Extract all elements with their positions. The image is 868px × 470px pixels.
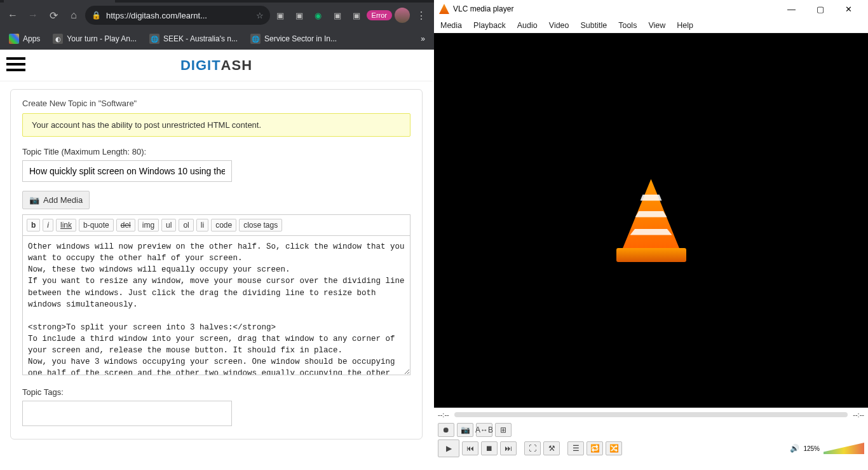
del-button[interactable]: del — [116, 219, 135, 232]
extension-icon[interactable]: ▣ — [330, 8, 345, 23]
mute-icon[interactable]: 🔊 — [790, 444, 799, 453]
globe-icon: 🌐 — [149, 34, 159, 44]
vlc-window-title: VLC media player — [453, 4, 513, 13]
star-icon[interactable]: ☆ — [256, 11, 264, 20]
menu-view[interactable]: View — [648, 21, 665, 30]
vlc-status-bar — [434, 459, 868, 470]
content-editor[interactable] — [22, 235, 410, 375]
window-min-icon[interactable]: — — [777, 0, 806, 18]
time-bar: --:-- --:-- — [434, 408, 868, 422]
apps-icon — [9, 34, 19, 44]
bookmark-item[interactable]: 🌐Service Sector in In... — [247, 31, 341, 46]
tab-strip: Software - LearnTips × + — ▢ ✕ — [0, 0, 434, 3]
menu-media[interactable]: Media — [440, 21, 462, 30]
italic-button[interactable]: i — [43, 219, 53, 232]
ul-button[interactable]: ul — [161, 219, 176, 232]
playlist-button[interactable]: ☰ — [567, 441, 584, 455]
new-topic-form: Create New Topic in "Software" Your acco… — [10, 89, 423, 439]
volume-pct: 125% — [803, 445, 820, 452]
seek-slider[interactable] — [454, 412, 848, 417]
tags-input[interactable] — [22, 401, 232, 426]
snapshot-button[interactable]: 📷 — [457, 423, 473, 437]
next-button[interactable]: ⏭ — [500, 441, 517, 455]
grammarly-icon[interactable]: ◉ — [311, 8, 326, 23]
lock-icon: 🔒 — [92, 11, 101, 20]
browser-tab[interactable]: Software - LearnTips × — [4, 0, 115, 3]
globe-icon: 🌐 — [250, 34, 261, 44]
vlc-toolbar-upper: ⏺ 📷 A↔B ⊞ — [434, 422, 868, 438]
vlc-controls: ▶ ⏮ ⏹ ⏭ ⛶ ⚒ ☰ 🔁 🔀 🔊 125% — [434, 438, 868, 459]
nav-bar: ← → ⟳ ⌂ 🔒 https://digitash.com/learnt...… — [0, 3, 434, 28]
menu-icon[interactable]: ⋮ — [412, 6, 430, 24]
vlc-cone-logo — [616, 179, 686, 262]
url-text: https://digitash.com/learnt... — [106, 11, 251, 20]
apps-button[interactable]: Apps — [5, 31, 44, 46]
bookmarks-overflow[interactable]: » — [417, 32, 429, 46]
vlc-icon — [439, 4, 449, 14]
time-remaining: --:-- — [853, 411, 864, 418]
bquote-button[interactable]: b-quote — [79, 219, 114, 232]
record-button[interactable]: ⏺ — [438, 423, 454, 437]
form-legend: Create New Topic in "Software" — [22, 99, 410, 108]
reload-button[interactable]: ⟳ — [44, 6, 62, 24]
menu-button[interactable] — [6, 56, 25, 73]
time-elapsed: --:-- — [438, 411, 449, 418]
vlc-title-bar: VLC media player — ▢ ✕ — [434, 0, 868, 18]
loop-button[interactable]: 🔁 — [587, 441, 603, 455]
site-header: DIGITASH — [0, 50, 433, 81]
media-icon: 📷 — [29, 195, 39, 205]
tags-label: Topic Tags: — [22, 387, 410, 397]
extension-icon[interactable]: ▣ — [292, 8, 307, 23]
editor-toolbar: b i link b-quote del img ul ol li code c… — [22, 214, 410, 235]
volume-slider[interactable] — [824, 443, 864, 454]
site-logo[interactable]: DIGITASH — [180, 57, 252, 74]
menu-video[interactable]: Video — [549, 21, 569, 30]
window-close-icon[interactable]: ✕ — [405, 0, 434, 1]
notice-banner: Your account has the ability to post unr… — [22, 113, 410, 137]
img-button[interactable]: img — [138, 219, 159, 232]
menu-playback[interactable]: Playback — [473, 21, 506, 30]
bookmarks-bar: Apps ◐Your turn - Play An... 🌐SEEK - Aus… — [0, 28, 434, 50]
menu-tools[interactable]: Tools — [618, 21, 637, 30]
code-button[interactable]: code — [211, 219, 236, 232]
bookmark-item[interactable]: ◐Your turn - Play An... — [49, 31, 140, 46]
extension-icon[interactable]: ▣ — [349, 8, 364, 23]
title-label: Topic Title (Maximum Length: 80): — [22, 147, 410, 156]
address-bar[interactable]: 🔒 https://digitash.com/learnt... ☆ — [85, 6, 270, 25]
profile-avatar[interactable] — [395, 8, 410, 23]
window-max-icon[interactable]: ▢ — [376, 0, 405, 1]
add-media-button[interactable]: 📷Add Media — [22, 191, 90, 209]
close-tags-button[interactable]: close tags — [239, 219, 282, 232]
prev-button[interactable]: ⏮ — [462, 441, 478, 455]
chrome-window: Software - LearnTips × + — ▢ ✕ ← → ⟳ ⌂ 🔒… — [0, 0, 434, 470]
menu-help[interactable]: Help — [677, 21, 693, 30]
link-button[interactable]: link — [56, 219, 76, 232]
video-area[interactable] — [434, 33, 868, 408]
vlc-menu-bar: Media Playback Audio Video Subtitle Tool… — [434, 18, 868, 33]
topic-title-input[interactable] — [22, 160, 232, 182]
vlc-window: VLC media player — ▢ ✕ Media Playback Au… — [434, 0, 868, 470]
window-min-icon[interactable]: — — [346, 0, 376, 1]
bookmark-item[interactable]: 🌐SEEK - Australia's n... — [146, 31, 241, 46]
forward-button[interactable]: → — [24, 6, 42, 24]
window-max-icon[interactable]: ▢ — [806, 0, 834, 18]
fullscreen-button[interactable]: ⛶ — [524, 441, 541, 455]
error-badge[interactable]: Error — [367, 10, 392, 20]
bold-button[interactable]: b — [27, 219, 40, 232]
li-button[interactable]: li — [196, 219, 208, 232]
ol-button[interactable]: ol — [179, 219, 193, 232]
window-close-icon[interactable]: ✕ — [834, 0, 863, 18]
page-viewport: DIGITASH Create New Topic in "Software" … — [0, 50, 434, 470]
extension-icon[interactable]: ▣ — [273, 8, 288, 23]
stop-button[interactable]: ⏹ — [481, 441, 498, 455]
globe-icon: ◐ — [53, 34, 63, 44]
play-button[interactable]: ▶ — [438, 439, 459, 457]
atob-button[interactable]: A↔B — [476, 423, 492, 437]
frame-button[interactable]: ⊞ — [495, 423, 512, 437]
ext-settings-button[interactable]: ⚒ — [543, 441, 560, 455]
home-button[interactable]: ⌂ — [65, 6, 83, 24]
menu-subtitle[interactable]: Subtitle — [581, 21, 607, 30]
back-button[interactable]: ← — [4, 6, 22, 24]
shuffle-button[interactable]: 🔀 — [606, 441, 622, 455]
menu-audio[interactable]: Audio — [517, 21, 538, 30]
